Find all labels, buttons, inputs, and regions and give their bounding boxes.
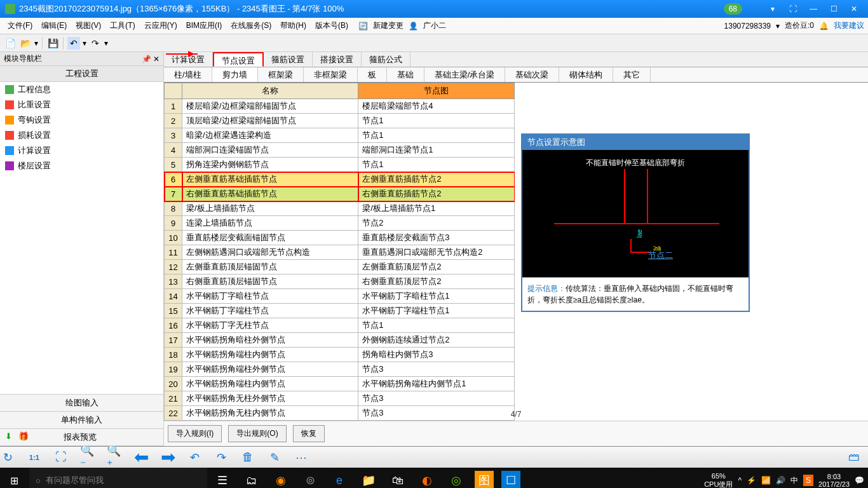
scale-icon[interactable]: 1:1 [27,450,42,465]
app5-icon[interactable]: ◎ [442,468,470,488]
suggest-link[interactable]: 我要建议 [834,20,864,31]
app4-icon[interactable]: ◐ [413,468,441,488]
table-row[interactable]: 4端部洞口连梁锚固节点端部洞口连梁节点1 [165,143,515,158]
store-icon[interactable]: 🛍 [384,468,412,488]
wifi-icon[interactable]: 📶 [761,476,771,485]
app2-icon[interactable]: ◉ [267,468,295,488]
cpu-usage[interactable]: 65%CPU使用 [704,472,733,489]
table-row[interactable]: 18水平钢筋拐角端柱内侧节点拐角暗柱内侧节点3 [165,348,515,362]
table-row[interactable]: 15水平钢筋丁字端柱节点水平钢筋丁字端柱节点1 [165,304,515,318]
menu-online[interactable]: 在线服务(S) [227,18,275,33]
fullscreen-icon[interactable]: ⛶ [784,3,802,15]
next-icon[interactable]: ➡ [160,450,175,465]
sidebar-item-floor[interactable]: 楼层设置 [0,158,163,173]
app6-icon[interactable]: 图 [475,471,494,488]
new-icon[interactable]: 📄 [4,37,17,50]
diagram-link[interactable]: 节点二 [648,250,673,261]
table-row[interactable]: 19水平钢筋拐角端柱外侧节点节点3 [165,362,515,377]
sidebar-item-project-info[interactable]: 工程信息 [0,82,163,97]
bell-icon[interactable]: 🔔 [819,22,829,30]
volume-icon[interactable]: 🔊 [776,476,785,485]
table-row[interactable]: 22水平钢筋拐角无柱内侧节点节点3 [165,406,515,421]
btn-single-input[interactable]: 单构件输入 [0,412,163,429]
tab-stirrup-formula[interactable]: 箍筋公式 [362,52,410,67]
close-icon[interactable]: ✕ [845,3,863,15]
prev-icon[interactable]: ⬅ [133,450,149,465]
edit-icon[interactable]: ✎ [267,450,282,465]
notification-badge[interactable]: 68 [724,3,742,15]
table-row[interactable]: 6左侧垂直筋基础插筋节点左侧垂直筋插筋节点2 [165,172,515,187]
btn-draw-input[interactable]: 绘图输入 [0,395,163,412]
table-row[interactable]: 9连梁上墙插筋节点节点2 [165,216,515,231]
app7-icon[interactable]: ☐ [501,471,520,488]
explorer-icon[interactable]: 📁 [355,468,383,488]
tab-slab[interactable]: 板 [358,67,387,82]
delete-icon[interactable]: 🗑 [240,450,255,465]
menu-version[interactable]: 版本号(B) [311,18,352,33]
table-row[interactable]: 10垂直筋楼层变截面锚固节点垂直筋楼层变截面节点3 [165,231,515,245]
table-row[interactable]: 12左侧垂直筋顶层锚固节点左侧垂直筋顶层节点2 [165,260,515,274]
btn-export-rule[interactable]: 导出规则(O) [228,425,286,442]
app1-icon[interactable]: 🗂 [238,468,266,488]
app3-icon[interactable]: ⊚ [296,468,324,488]
tab-masonry[interactable]: 砌体结构 [559,67,613,82]
fullscreen-view-icon[interactable]: ⛶ [53,450,69,465]
tab-node-setting[interactable]: 节点设置 [213,52,264,67]
rotate-left-icon[interactable]: ↶ [187,450,202,465]
gift-icon[interactable]: ⬇ [5,431,12,441]
table-row[interactable]: 16水平钢筋丁字无柱节点节点1 [165,318,515,333]
menu-edit[interactable]: 编辑(E) [37,18,71,33]
fit-icon[interactable]: ↻ [0,450,15,465]
menu-new-change[interactable]: 新建变更 [369,18,407,33]
menu-help[interactable]: 帮助(H) [276,18,310,33]
zoom-out-icon[interactable]: 🔍⁻ [80,450,95,465]
table-row[interactable]: 3暗梁/边框梁遇连梁构造节点1 [165,128,515,143]
tab-foundation[interactable]: 基础 [387,67,424,82]
cost-bean[interactable]: 造价豆:0 [785,20,814,31]
refresh-icon[interactable]: 🔄 [358,22,368,30]
trash-icon[interactable]: 🗃 [846,450,862,465]
taskview-icon[interactable]: ☰ [208,468,236,488]
btn-import-rule[interactable]: 导入规则(I) [168,425,222,442]
sidebar-item-hook[interactable]: 弯钩设置 [0,112,163,128]
table-row[interactable]: 7右侧垂直筋基础插筋节点右侧垂直筋插筋节点2 [165,187,515,201]
table-row[interactable]: 8梁/板上墙插筋节点梁/板上墙插筋节点1 [165,201,515,216]
notification-icon[interactable]: 💬 [855,476,864,485]
input-icon[interactable]: S [803,475,813,486]
save-icon[interactable]: 💾 [46,37,59,50]
menu-file[interactable]: 文件(F) [4,18,36,33]
zoom-in-icon[interactable]: 🔍⁺ [107,450,122,465]
present-icon[interactable]: 🎁 [18,431,29,441]
open-icon[interactable]: 📂 [19,37,32,50]
maximize-icon[interactable]: ☐ [825,3,843,15]
minimize-icon[interactable]: ▾ [764,3,782,15]
sidebar-item-weight[interactable]: 比重设置 [0,97,163,112]
tab-stirrup-setting[interactable]: 箍筋设置 [264,52,313,67]
table-row[interactable]: 14水平钢筋丁字暗柱节点水平钢筋丁字暗柱节点1 [165,289,515,304]
redo-icon[interactable]: ↷ [89,37,102,50]
menu-bim[interactable]: BIM应用(I) [182,18,226,33]
tab-foundation-sub[interactable]: 基础次梁 [505,67,559,82]
tab-shearwall[interactable]: 剪力墙 [212,67,258,82]
power-icon[interactable]: ⚡ [747,476,756,485]
table-row[interactable]: 1楼层暗梁/边框梁端部锚固节点楼层暗梁端部节点4 [165,99,515,114]
table-row[interactable]: 17水平钢筋拐角暗柱外侧节点外侧钢筋连续通过节点2 [165,333,515,348]
sidebar-item-loss[interactable]: 损耗设置 [0,128,163,143]
table-row[interactable]: 20水平钢筋拐角端柱内侧节点水平钢筋拐角端柱内侧节点1 [165,377,515,391]
tab-other[interactable]: 其它 [613,67,651,82]
menu-view[interactable]: 视图(V) [72,18,105,33]
table-row[interactable]: 2顶层暗梁/边框梁端部锚固节点节点1 [165,114,515,128]
edge-icon[interactable]: e [325,468,353,488]
table-row[interactable]: 21水平钢筋拐角无柱外侧节点节点3 [165,391,515,406]
tab-lap-setting[interactable]: 搭接设置 [313,52,362,67]
table-row[interactable]: 11左侧钢筋遇洞口或端部无节点构造垂直筋遇洞口或端部无节点构造2 [165,245,515,260]
tab-column[interactable]: 柱/墙柱 [164,67,212,82]
btn-report-preview[interactable]: ⬇ 🎁 报表预览 [0,429,163,446]
username[interactable]: 广小二 [419,18,450,33]
table-row[interactable]: 5拐角连梁内侧钢筋节点节点1 [165,158,515,172]
rotate-right-icon[interactable]: ↷ [214,450,229,465]
taskbar-clock[interactable]: 8:032017/2/23 [818,473,850,488]
taskbar-search[interactable]: ○ 有问题尽管问我 [29,468,207,488]
btn-restore[interactable]: 恢复 [293,425,325,442]
ime-icon[interactable]: 中 [790,475,798,486]
